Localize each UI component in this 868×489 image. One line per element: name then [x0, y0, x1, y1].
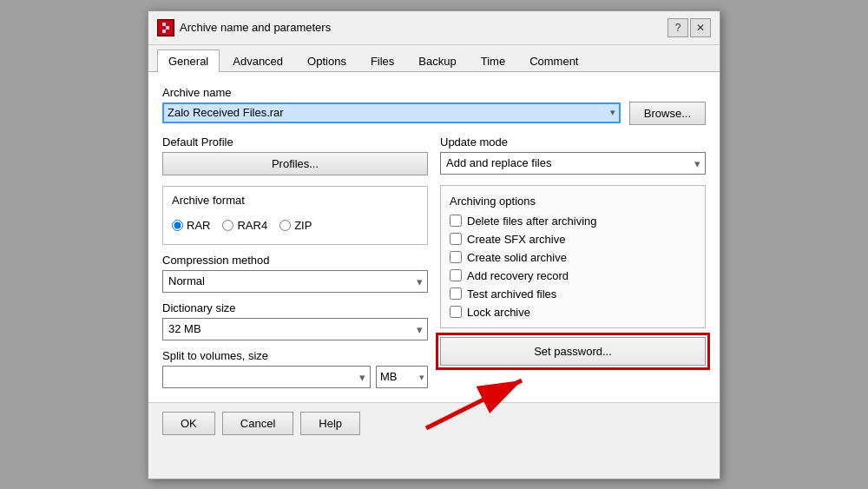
tab-time[interactable]: Time [470, 50, 516, 72]
checkbox-create-sfx-label: Create SFX archive [467, 233, 565, 246]
tab-backup[interactable]: Backup [407, 50, 467, 72]
archive-format-radio-group: RAR RAR4 ZIP [172, 212, 418, 239]
checkbox-create-solid[interactable]: Create solid archive [450, 251, 696, 264]
split-unit-select[interactable]: B KB MB GB [376, 366, 428, 388]
default-profile-label: Default Profile [162, 135, 428, 149]
archive-dialog: Archive name and parameters ? ✕ General … [148, 10, 720, 479]
bottom-buttons: OK Cancel Help [148, 402, 720, 444]
archive-format-label: Archive format [172, 194, 418, 207]
right-column: Update mode Add and replace files Update… [440, 135, 706, 388]
archive-name-label: Archive name [162, 86, 621, 99]
dictionary-size-wrapper: 128 KB 256 KB 512 KB 1 MB 2 MB 4 MB 8 MB… [162, 318, 428, 340]
archive-name-value: Zalo Received Files.rar [168, 106, 610, 119]
tab-content: Archive name Zalo Received Files.rar ▾ B… [148, 72, 720, 402]
split-value-wrapper [162, 366, 371, 388]
checkbox-create-solid-label: Create solid archive [467, 251, 567, 264]
compression-method-wrapper: Store Fastest Fast Normal Good Best [162, 270, 428, 293]
title-bar: Archive name and parameters ? ✕ [148, 11, 720, 45]
compression-method-select[interactable]: Store Fastest Fast Normal Good Best [162, 270, 428, 293]
cancel-button[interactable]: Cancel [222, 412, 293, 435]
tab-files[interactable]: Files [359, 50, 405, 72]
checkbox-delete-files-label: Delete files after archiving [467, 215, 597, 228]
update-mode-select[interactable]: Add and replace files Update and add fil… [440, 152, 706, 175]
checkbox-delete-files[interactable]: Delete files after archiving [450, 215, 696, 228]
compression-method-label: Compression method [162, 254, 428, 267]
radio-rar-label: RAR [187, 219, 210, 232]
checkbox-lock-archive[interactable]: Lock archive [450, 306, 696, 319]
checkbox-test-archived[interactable]: Test archived files [450, 287, 696, 301]
split-volumes-row: B KB MB GB [162, 366, 428, 388]
app-icon [157, 19, 174, 36]
svg-rect-2 [166, 26, 169, 30]
archiving-options-list: Delete files after archiving Create SFX … [450, 215, 696, 319]
split-volumes-label: Split to volumes, size [162, 349, 428, 362]
profiles-button[interactable]: Profiles... [162, 152, 428, 175]
set-password-area: Set password... [440, 337, 706, 366]
checkbox-test-archived-label: Test archived files [467, 287, 556, 301]
ok-button[interactable]: OK [162, 412, 215, 435]
radio-rar4[interactable]: RAR4 [222, 219, 267, 232]
close-button[interactable]: ✕ [690, 18, 711, 37]
archive-name-dropdown-icon: ▾ [610, 107, 615, 118]
checkbox-add-recovery-label: Add recovery record [467, 269, 569, 282]
help-bottom-button[interactable]: Help [300, 412, 360, 435]
set-password-button[interactable]: Set password... [440, 337, 706, 366]
update-mode-label: Update mode [440, 135, 706, 149]
svg-rect-1 [162, 23, 166, 26]
tab-advanced[interactable]: Advanced [221, 50, 294, 72]
title-controls: ? ✕ [667, 18, 711, 37]
svg-rect-3 [162, 30, 166, 33]
dialog-title: Archive name and parameters [180, 21, 662, 34]
archive-format-box: Archive format RAR RAR4 ZIP [162, 186, 428, 245]
radio-rar[interactable]: RAR [172, 219, 210, 232]
main-content-columns: Default Profile Profiles... Archive form… [162, 135, 706, 388]
checkbox-lock-archive-label: Lock archive [467, 306, 530, 319]
radio-zip-label: ZIP [294, 219, 312, 232]
tab-options[interactable]: Options [296, 50, 358, 72]
help-button[interactable]: ? [667, 18, 688, 37]
archiving-options-label: Archiving options [450, 195, 696, 208]
browse-button[interactable]: Browse... [629, 102, 706, 125]
archiving-options-box: Archiving options Delete files after arc… [440, 185, 706, 328]
update-mode-wrapper: Add and replace files Update and add fil… [440, 152, 706, 175]
split-volumes-section: Split to volumes, size B KB MB [162, 349, 428, 388]
tab-comment[interactable]: Comment [518, 50, 589, 72]
tab-general[interactable]: General [157, 50, 220, 72]
split-value-select[interactable] [162, 366, 371, 388]
radio-zip[interactable]: ZIP [279, 219, 312, 232]
checkbox-add-recovery[interactable]: Add recovery record [450, 269, 696, 282]
checkbox-create-sfx[interactable]: Create SFX archive [450, 233, 696, 246]
split-unit-wrapper: B KB MB GB [376, 366, 428, 388]
tab-bar: General Advanced Options Files Backup Ti… [148, 45, 720, 72]
radio-rar4-label: RAR4 [237, 219, 267, 232]
dictionary-size-select[interactable]: 128 KB 256 KB 512 KB 1 MB 2 MB 4 MB 8 MB… [162, 318, 428, 340]
left-column: Default Profile Profiles... Archive form… [162, 135, 428, 388]
dictionary-size-label: Dictionary size [162, 301, 428, 314]
